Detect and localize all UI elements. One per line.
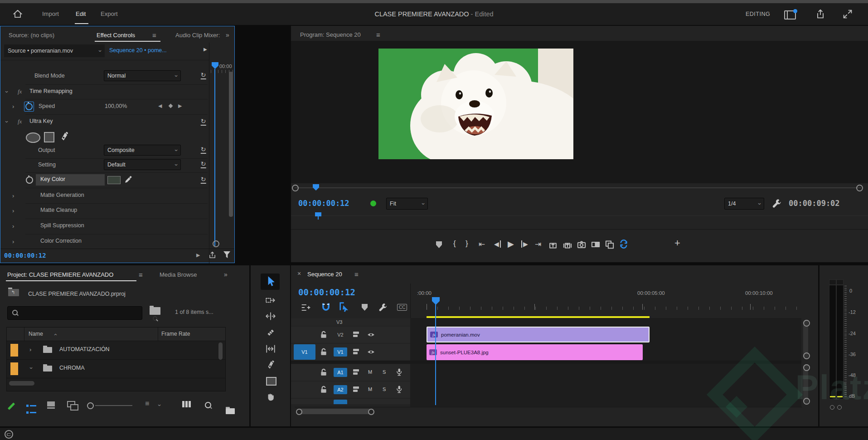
column-frame-rate[interactable]: Frame Rate xyxy=(161,331,190,337)
bin-name[interactable]: AUTOMATIZACIÓN xyxy=(59,346,110,352)
speed-stopwatch-icon[interactable] xyxy=(24,102,34,112)
menu-export[interactable]: Export xyxy=(101,10,118,17)
color-correction-expand-icon[interactable]: › xyxy=(12,239,14,244)
next-keyframe-icon[interactable]: ▶ xyxy=(178,103,182,109)
track-name[interactable]: A1 xyxy=(334,368,347,377)
ec-zoom-handle[interactable] xyxy=(213,240,219,247)
project-panel-menu-icon[interactable]: ≡ xyxy=(139,271,143,279)
bin-row-chroma[interactable]: › CHROMA xyxy=(7,360,225,378)
v-scroll-handle[interactable] xyxy=(803,398,810,405)
mark-out-button[interactable]: } xyxy=(466,239,468,248)
h-scrollbar-left-handle[interactable] xyxy=(296,409,302,415)
tab-program-monitor[interactable]: Program: Sequence 20 xyxy=(300,31,361,38)
lock-icon[interactable] xyxy=(320,331,327,338)
ultra-key-collapse-icon[interactable]: › xyxy=(4,121,10,122)
list-vertical-scrollbar[interactable] xyxy=(218,342,223,360)
effect-controls-panel-menu-icon[interactable]: ≡ xyxy=(152,31,156,39)
tab-media-browser[interactable]: Media Browse xyxy=(160,271,197,278)
nest-sequence-icon[interactable] xyxy=(301,303,311,313)
time-remapping-collapse-icon[interactable]: › xyxy=(4,91,10,93)
list-view-icon[interactable] xyxy=(26,401,36,415)
setting-select[interactable]: Default › xyxy=(104,159,181,170)
bin-row-automatizacion[interactable]: › AUTOMATIZACIÓN xyxy=(7,341,225,360)
razor-tool[interactable] xyxy=(265,327,276,338)
v-scroll-handle[interactable] xyxy=(803,364,810,371)
blend-mode-reset-icon[interactable]: ↺ xyxy=(201,72,206,79)
step-back-button[interactable]: ◀ xyxy=(494,240,501,248)
lock-icon[interactable] xyxy=(320,348,327,356)
tab-effect-controls[interactable]: Effect Controls xyxy=(97,32,135,39)
settings-wrench-icon[interactable] xyxy=(771,198,782,209)
rectangle-tool[interactable] xyxy=(266,377,276,386)
lock-icon[interactable] xyxy=(320,386,327,393)
tab-source-monitor[interactable]: Source: (no clips) xyxy=(9,32,54,39)
track-visibility-eye-icon[interactable] xyxy=(367,332,375,337)
bin-collapse-icon[interactable]: › xyxy=(29,367,34,369)
tab-sequence[interactable]: Sequence 20 xyxy=(307,271,342,278)
add-button[interactable]: + xyxy=(674,237,680,249)
source-patch-icon[interactable] xyxy=(353,348,360,355)
slip-tool[interactable] xyxy=(265,343,276,354)
key-color-reset-icon[interactable]: ↺ xyxy=(201,176,206,184)
track-header-v3[interactable]: V3 xyxy=(291,318,410,326)
timeline-horizontal-scrollbar[interactable] xyxy=(297,409,372,414)
search-bin-button[interactable] xyxy=(150,307,160,319)
label-color-swatch[interactable] xyxy=(10,362,18,375)
zoom-scrollbar-right-handle[interactable] xyxy=(856,185,863,191)
mute-button[interactable]: M xyxy=(368,386,372,392)
export-frame-icon[interactable] xyxy=(208,251,217,259)
program-timecode[interactable]: 00:00:00:12 xyxy=(298,199,349,208)
tab-audio-clip-mixer[interactable]: Audio Clip Mixer: Sequ xyxy=(175,32,222,39)
timeline-panel-menu-icon[interactable]: ≡ xyxy=(354,270,359,278)
matte-generation-expand-icon[interactable]: › xyxy=(12,193,14,199)
rect-mask-icon[interactable] xyxy=(44,132,54,142)
speed-value[interactable]: 100,00% xyxy=(105,103,127,109)
matte-cleanup-expand-icon[interactable]: › xyxy=(12,208,14,214)
sort-icon[interactable]: ≡ xyxy=(145,400,149,408)
lock-icon[interactable] xyxy=(320,368,327,376)
mute-button[interactable]: M xyxy=(368,369,372,375)
list-horizontal-scrollbar[interactable] xyxy=(9,381,34,386)
pen-mask-icon[interactable] xyxy=(58,131,69,142)
linked-selection-icon[interactable] xyxy=(339,302,350,313)
add-marker-button[interactable] xyxy=(436,241,442,248)
program-panel-menu-icon[interactable]: ≡ xyxy=(376,31,380,39)
add-keyframe-icon[interactable] xyxy=(169,104,173,108)
track-name[interactable]: V1 xyxy=(334,347,347,357)
v-scroll-handle[interactable] xyxy=(803,320,810,327)
freeform-view-icon[interactable] xyxy=(67,401,78,411)
zoom-slider-handle[interactable] xyxy=(87,402,94,409)
prev-keyframe-icon[interactable]: ◀ xyxy=(158,103,162,109)
find-icon[interactable] xyxy=(205,402,211,408)
key-color-stopwatch-icon[interactable] xyxy=(26,176,33,184)
icon-view-icon[interactable] xyxy=(47,401,55,409)
timeline-ruler[interactable]: :00:00 00:00:05:00 00:00:10:00 00:00: xyxy=(410,290,801,316)
sort-chevron-icon[interactable]: › xyxy=(157,404,163,406)
voiceover-mic-icon[interactable] xyxy=(395,385,403,394)
track-header-v2[interactable]: V2 xyxy=(291,327,410,343)
timeline-marker-icon[interactable] xyxy=(362,304,368,311)
zoom-level-select[interactable]: Fit › xyxy=(386,198,428,210)
ec-vertical-scrollbar[interactable] xyxy=(229,72,233,217)
writable-indicator-icon[interactable] xyxy=(7,401,15,407)
solo-button[interactable]: S xyxy=(383,369,386,375)
key-color-highlight[interactable]: Key Color xyxy=(36,174,105,186)
multi-camera-view-button[interactable] xyxy=(605,240,614,249)
track-select-forward-tool[interactable] xyxy=(265,295,276,306)
captions-icon[interactable]: CC xyxy=(397,304,407,311)
workspace-label[interactable]: EDITING xyxy=(746,11,770,17)
sequence-clip-link[interactable]: Sequence 20 • pome... xyxy=(109,47,167,54)
source-clip-selector[interactable]: Source • pomeranian.mov › xyxy=(4,44,105,57)
h-scrollbar-right-handle[interactable] xyxy=(368,409,374,415)
scrubber-playhead[interactable] xyxy=(315,212,321,216)
fullscreen-icon[interactable] xyxy=(842,9,853,20)
hand-tool[interactable] xyxy=(265,391,276,402)
column-name[interactable]: Name xyxy=(29,331,43,337)
output-select[interactable]: Composite › xyxy=(104,145,181,156)
source-patch-v1[interactable]: V1 xyxy=(294,344,315,360)
track-header-a1[interactable]: A1 M S xyxy=(291,364,410,381)
spill-suppression-expand-icon[interactable]: › xyxy=(12,223,14,229)
video-audio-divider[interactable] xyxy=(291,361,801,364)
output-reset-icon[interactable]: ↺ xyxy=(201,146,206,154)
new-bin-icon[interactable] xyxy=(226,408,235,414)
